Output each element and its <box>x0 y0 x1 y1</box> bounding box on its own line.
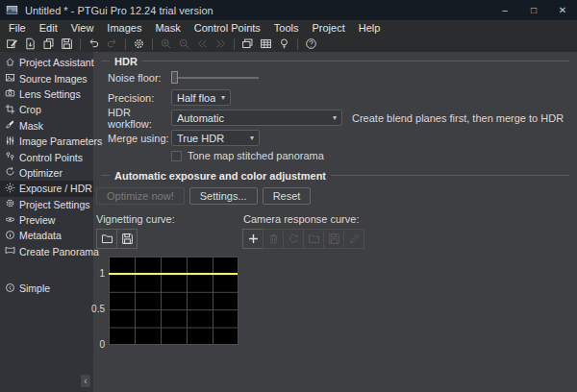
sidebar-item-mask[interactable]: Mask <box>0 118 93 134</box>
camera-plus-button[interactable] <box>242 229 263 249</box>
duplicate-button[interactable] <box>39 37 58 52</box>
edit-project-button[interactable] <box>3 37 21 52</box>
image-icon <box>5 72 15 85</box>
sidebar-item-exposure-hdr[interactable]: Exposure / HDR <box>0 181 93 196</box>
menu-item-mask[interactable]: Mask <box>148 22 187 34</box>
minimize-button[interactable]: – <box>490 0 519 20</box>
save-button[interactable] <box>58 37 76 52</box>
previous-icon <box>196 37 209 50</box>
camera-save-button[interactable] <box>323 229 344 249</box>
sidebar-item-metadata[interactable]: Metadata <box>0 228 93 243</box>
gear-button[interactable] <box>130 37 148 52</box>
open-project-button[interactable] <box>21 37 39 52</box>
windows-button[interactable] <box>238 37 257 52</box>
camera-response-curve-label: Camera response curve: <box>243 213 359 225</box>
close-button[interactable]: ✕ <box>548 0 577 20</box>
sync-icon <box>5 166 15 179</box>
window-title: Untitled * - PTGui Pro 12.24 trial versi… <box>25 5 213 16</box>
divider <box>101 61 110 61</box>
menu-item-help[interactable]: Help <box>352 22 388 34</box>
reset-button[interactable]: Reset <box>263 187 312 205</box>
undo-icon <box>88 37 100 50</box>
menu-item-tools[interactable]: Tools <box>267 22 306 34</box>
toolbar-separator <box>297 38 298 50</box>
next-button[interactable] <box>212 37 230 52</box>
sidebar-item-label: Project Settings <box>19 199 90 210</box>
sidebar-item-create-panorama[interactable]: Create Panorama <box>0 244 93 259</box>
sidebar-item-project-settings[interactable]: Project Settings <box>0 197 93 212</box>
sidebar-item-preview[interactable]: Preview <box>0 212 93 228</box>
vignetting-curve-label: Vignetting curve: <box>96 213 243 225</box>
undo-button[interactable] <box>85 37 103 52</box>
divider <box>331 175 569 176</box>
chevron-circle-icon <box>5 282 15 295</box>
sidebar-item-label: Mask <box>19 120 43 132</box>
camera-folder-button[interactable] <box>303 229 324 249</box>
menu-item-control-points[interactable]: Control Points <box>188 22 267 34</box>
sidebar-item-control-points[interactable]: Control Points <box>0 149 93 164</box>
panorama-icon <box>5 245 15 257</box>
save-icon <box>328 233 340 245</box>
y-axis-tick-label: 0.5 <box>89 305 105 314</box>
vignetting-folder-button[interactable] <box>96 229 117 249</box>
menu-item-project[interactable]: Project <box>306 22 352 34</box>
sun-icon <box>5 183 15 195</box>
table-button[interactable] <box>257 37 275 52</box>
sidebar-item-label: Source Images <box>19 73 88 85</box>
noise-floor-slider[interactable] <box>171 71 260 84</box>
merge-using-dropdown[interactable]: True HDR ▾ <box>171 130 260 146</box>
camera-refresh-button[interactable] <box>283 229 304 249</box>
menu-item-edit[interactable]: Edit <box>33 22 64 34</box>
hdr-workflow-dropdown[interactable]: Automatic ▾ <box>171 110 342 126</box>
precision-dropdown[interactable]: Half float ▾ <box>171 89 231 106</box>
ptgui-window: Untitled * - PTGui Pro 12.24 trial versi… <box>0 0 577 392</box>
bulb-button[interactable] <box>275 37 293 52</box>
slider-track <box>172 77 259 79</box>
redo-button[interactable] <box>103 37 121 52</box>
merge-using-value: True HDR <box>177 133 244 144</box>
sidebar-item-simple[interactable]: Simple <box>0 281 93 296</box>
settings-button[interactable]: Settings... <box>189 187 258 205</box>
chevron-down-icon: ▾ <box>250 134 254 142</box>
camera-trash-button[interactable] <box>263 229 284 249</box>
vignetting-save-button[interactable] <box>116 229 138 249</box>
home-icon <box>5 57 15 69</box>
chevron-down-icon: ▾ <box>221 93 225 102</box>
crop-icon <box>5 104 15 116</box>
optimize-now-button[interactable]: Optimize now! <box>96 187 185 205</box>
hdr-group-legend: HDR <box>110 56 142 67</box>
main-panel: HDR Noise floor: Precision: Half float ▾… <box>93 52 577 392</box>
previous-button[interactable] <box>193 37 212 52</box>
sidebar-item-project-assistant[interactable]: Project Assistant <box>0 55 93 70</box>
save-icon <box>61 37 73 50</box>
toolbar-separator <box>125 38 126 50</box>
curve-labels-row: Vignetting curve: Camera response curve: <box>96 213 577 225</box>
sidebar-item-source-images[interactable]: Source Images <box>0 70 93 86</box>
camera-pencil-button[interactable] <box>343 229 364 249</box>
menu-item-images[interactable]: Images <box>100 22 148 34</box>
slider-handle[interactable] <box>171 71 178 84</box>
zoom-in-button[interactable] <box>157 37 175 52</box>
toolbar-separator <box>234 38 235 50</box>
vignetting-buttons <box>96 229 137 249</box>
app-icon <box>6 4 18 16</box>
sidebar-item-crop[interactable]: Crop <box>0 102 93 117</box>
menu-item-view[interactable]: View <box>64 22 101 34</box>
folder-icon <box>308 233 320 245</box>
help-icon <box>305 37 317 50</box>
sidebar-item-image-parameters[interactable]: Image Parameters <box>0 134 93 149</box>
pins-icon <box>5 151 15 163</box>
sidebar-item-label: Crop <box>19 104 41 115</box>
zoom-out-button[interactable] <box>175 37 193 52</box>
tonemap-checkbox[interactable] <box>171 151 182 161</box>
sidebar-item-label: Exposure / HDR <box>19 183 92 194</box>
duplicate-icon <box>42 37 55 50</box>
camera-response-buttons <box>242 229 364 249</box>
sidebar-item-lens-settings[interactable]: Lens Settings <box>0 86 93 102</box>
sidebar-collapse-button[interactable]: ‹ <box>81 375 90 387</box>
help-button[interactable] <box>302 37 320 52</box>
maximize-button[interactable]: □ <box>519 0 548 20</box>
zoom-in-icon <box>160 37 172 50</box>
menu-item-file[interactable]: File <box>2 22 33 34</box>
sidebar-item-optimizer[interactable]: Optimizer <box>0 165 93 181</box>
